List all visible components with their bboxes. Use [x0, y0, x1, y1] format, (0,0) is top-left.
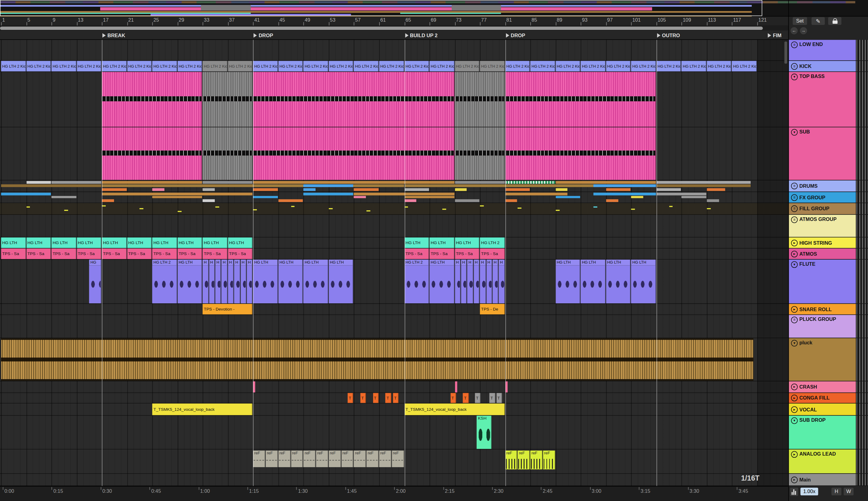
- mini-clip[interactable]: [303, 188, 316, 191]
- track-header-high-string[interactable]: ▸HIGH STRING: [789, 237, 856, 248]
- track-header-pluck[interactable]: ▾pluck: [789, 338, 856, 381]
- mini-clip[interactable]: [152, 188, 164, 191]
- overview-navigator[interactable]: [0, 0, 868, 17]
- audio-clip[interactable]: HG LTH 2 Kick Lo: [480, 61, 505, 72]
- audio-clip-muted[interactable]: reF: [392, 450, 404, 467]
- audio-clip[interactable]: HG LTH 2 Kick Lo: [530, 61, 555, 72]
- audio-clip[interactable]: HG LTH 2 Kick Lo: [606, 61, 631, 72]
- mini-clip[interactable]: [26, 181, 51, 184]
- bar-ruler[interactable]: [0, 17, 788, 25]
- audio-clip[interactable]: T_TSMK5_124_vocal_loop_back: [405, 404, 505, 415]
- fill-dash-clip[interactable]: [178, 211, 181, 212]
- fill-dash-clip[interactable]: [556, 210, 559, 211]
- audio-clip[interactable]: HG LTH 2 Kick Lo: [405, 61, 429, 72]
- audio-clip[interactable]: TPS - Sa: [26, 249, 51, 259]
- audio-clip[interactable]: HG: [89, 260, 101, 303]
- audio-clip[interactable]: H: [468, 260, 473, 303]
- mini-clip[interactable]: [102, 188, 127, 191]
- fill-dash-clip[interactable]: [291, 206, 295, 207]
- mini-clip[interactable]: [455, 188, 467, 191]
- lane-crash[interactable]: [0, 381, 788, 393]
- mini-clip[interactable]: [682, 196, 706, 198]
- track-header-atmos[interactable]: ▸ATMOS: [789, 249, 856, 259]
- mini-clip[interactable]: [152, 196, 202, 198]
- audio-clip[interactable]: HG LTH 2: [480, 237, 505, 248]
- fill-dash-clip[interactable]: [518, 207, 522, 209]
- mini-clip[interactable]: [102, 199, 114, 202]
- audio-clip-muted[interactable]: reF: [367, 450, 379, 467]
- fill-dash-clip[interactable]: [405, 206, 408, 207]
- audio-clip[interactable]: TPS - Sa: [102, 249, 127, 259]
- audio-clip[interactable]: HG LTH: [430, 260, 454, 303]
- audio-clip-muted[interactable]: reF: [291, 450, 303, 467]
- audio-clip[interactable]: [102, 127, 202, 180]
- pencil-icon[interactable]: ✎: [812, 17, 825, 25]
- audio-clip[interactable]: HG LTH 2 Kick Lo: [732, 61, 757, 72]
- horizontal-scrollbar[interactable]: [0, 26, 763, 30]
- lane-sub-drop[interactable]: [0, 416, 788, 449]
- audio-clip[interactable]: HG LTH: [127, 237, 152, 248]
- audio-clip-muted[interactable]: reF: [266, 450, 278, 467]
- audio-clip[interactable]: HG LTH 2 Kick Lo: [581, 61, 606, 72]
- mini-clip[interactable]: [606, 199, 618, 202]
- audio-clip[interactable]: HG LTH: [77, 237, 101, 248]
- audio-clip[interactable]: [1, 338, 754, 381]
- audio-clip[interactable]: HG LTH: [52, 237, 76, 248]
- mini-clip[interactable]: [203, 188, 215, 191]
- audio-clip[interactable]: HG LTH 2 Kick Lo: [278, 61, 303, 72]
- audio-clip[interactable]: [102, 72, 202, 127]
- locator-break[interactable]: BREAK: [103, 32, 125, 39]
- audio-clip[interactable]: T: [373, 393, 378, 403]
- mini-clip[interactable]: [1, 193, 51, 195]
- audio-clip[interactable]: HG LTH: [405, 237, 429, 248]
- track-header-sub[interactable]: ▾SUB: [789, 127, 856, 180]
- fill-dash-clip[interactable]: [367, 210, 370, 212]
- mini-clip[interactable]: [656, 184, 750, 187]
- mini-clip[interactable]: [303, 184, 354, 187]
- audio-clip[interactable]: T: [475, 393, 481, 403]
- audio-clip[interactable]: [203, 127, 253, 180]
- audio-clip[interactable]: HG LTH 2 Kick Lo: [556, 61, 580, 72]
- audio-clip[interactable]: T: [463, 393, 469, 403]
- mini-clip[interactable]: [505, 181, 555, 184]
- mini-clip[interactable]: [505, 193, 568, 195]
- audio-clip[interactable]: H: [209, 260, 215, 303]
- track-header-drums[interactable]: ≡DRUMS: [789, 180, 856, 191]
- audio-clip[interactable]: H: [203, 260, 208, 303]
- mini-clip[interactable]: [593, 193, 656, 195]
- lane-flute[interactable]: [0, 260, 788, 304]
- audio-clip-muted[interactable]: reF: [379, 450, 391, 467]
- audio-clip[interactable]: HG LTH: [253, 260, 278, 303]
- audio-clip[interactable]: HG LTH 2 Kick Lo: [505, 61, 530, 72]
- track-header-analog-lead[interactable]: ▸ANALOG LEAD: [789, 449, 856, 473]
- mini-clip[interactable]: [52, 181, 101, 184]
- mini-clip[interactable]: [455, 181, 505, 184]
- audio-clip[interactable]: HG LTH 2 Kick Lo: [354, 61, 378, 72]
- audio-clip-muted[interactable]: reF: [278, 450, 290, 467]
- track-header-top-bass[interactable]: ▾TOP BASS: [789, 72, 856, 127]
- mini-clip[interactable]: [203, 181, 253, 184]
- audio-clip[interactable]: HG LTH: [581, 260, 606, 303]
- track-header-vocal[interactable]: ▸VOCAL: [789, 404, 856, 415]
- track-header-conga-fill[interactable]: ▸CONGA FILL: [789, 393, 856, 403]
- audio-clip[interactable]: HG LTH 2 Kick Lo: [1, 61, 26, 72]
- track-header-snare-roll[interactable]: ▸SNARE ROLL: [789, 304, 856, 315]
- audio-clip[interactable]: TPS - Sa: [52, 249, 76, 259]
- audio-clip[interactable]: TPS - Sa: [127, 249, 152, 259]
- audio-clip[interactable]: HG LTH: [303, 260, 328, 303]
- mini-clip[interactable]: [505, 188, 530, 191]
- audio-clip[interactable]: TPS - Sa: [77, 249, 101, 259]
- mini-clip[interactable]: [631, 196, 643, 198]
- audio-clip[interactable]: T: [360, 393, 366, 403]
- track-header-sub-drop[interactable]: ▾SUB DROP: [789, 416, 856, 449]
- audio-clip[interactable]: TPS - Sa: [152, 249, 177, 259]
- mini-clip[interactable]: [556, 196, 580, 198]
- mini-clip[interactable]: [593, 184, 656, 187]
- zoom-height-button[interactable]: H: [832, 488, 842, 495]
- locator-drop[interactable]: DROP: [254, 32, 273, 39]
- audio-clip[interactable]: HG LTH 2 Kick Lo: [329, 61, 354, 72]
- audio-clip[interactable]: HG LTH 2 Kick Lo: [455, 61, 479, 72]
- audio-clip[interactable]: HG LTH 2 Kick Lo: [102, 61, 127, 72]
- audio-clip[interactable]: [253, 127, 454, 180]
- audio-clip[interactable]: [505, 127, 656, 180]
